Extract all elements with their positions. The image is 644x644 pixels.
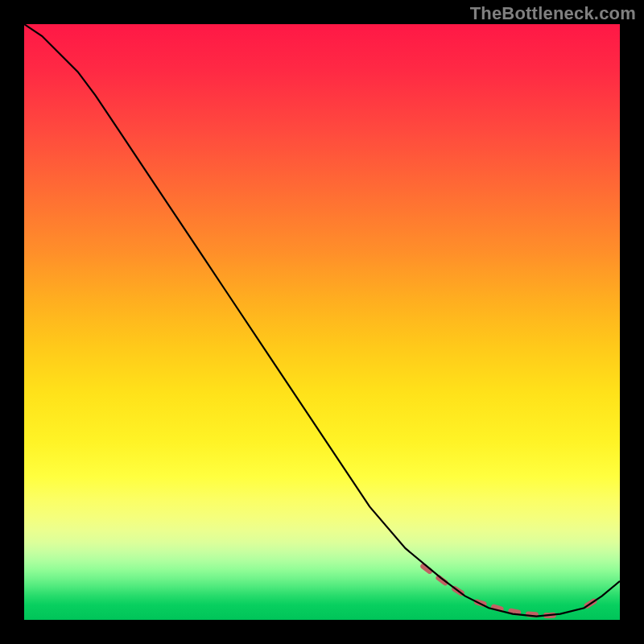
dash-group xyxy=(423,566,599,615)
plot-area xyxy=(24,24,620,620)
watermark-text: TheBottleneck.com xyxy=(470,3,636,24)
chart-canvas: TheBottleneck.com xyxy=(0,0,644,644)
main-curve xyxy=(24,24,620,617)
curve-layer xyxy=(24,24,620,620)
